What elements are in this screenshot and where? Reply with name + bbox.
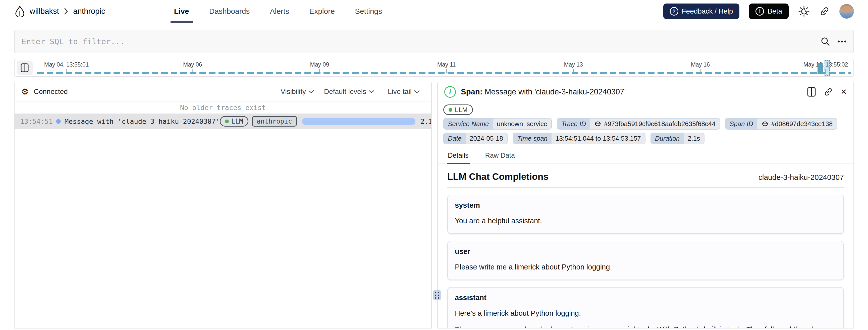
green-dot-icon bbox=[225, 120, 229, 123]
beta-label: Beta bbox=[768, 7, 782, 15]
timeline-tick: May 09 bbox=[310, 61, 329, 73]
duration-bar bbox=[302, 118, 415, 125]
sql-filter-input[interactable] bbox=[14, 30, 854, 53]
nav-tab-settings[interactable]: Settings bbox=[351, 0, 385, 23]
llm-badge: LLM bbox=[443, 104, 473, 115]
timeline-selection[interactable] bbox=[825, 60, 830, 76]
property-duration: Duration 2.1s bbox=[651, 132, 705, 144]
trace-list-panel: ⚙ Connected Visibility Default levels bbox=[14, 82, 432, 329]
nav-tab-dashboards[interactable]: Dashboards bbox=[206, 0, 253, 23]
chevron-down-icon bbox=[414, 90, 420, 93]
span-type-row: LLM bbox=[438, 101, 854, 116]
timeline-dashed-line bbox=[37, 72, 851, 74]
sidebar-toggle-button[interactable] bbox=[17, 61, 33, 75]
live-tail-dropdown[interactable]: Live tail bbox=[383, 88, 425, 96]
visibility-dropdown[interactable]: Visibility bbox=[276, 88, 319, 96]
panel-resize-handle[interactable] bbox=[433, 290, 441, 300]
lilypad-logo[interactable] bbox=[14, 5, 26, 17]
property-span-id[interactable]: Span ID #d08697de343ce138 bbox=[725, 118, 837, 129]
nav-tab-alerts[interactable]: Alerts bbox=[266, 0, 292, 23]
span-properties-row-2: Date 2024-05-18 Time span 13:54:51.044 t… bbox=[438, 130, 854, 145]
app-header: willbakst anthropic Live Dashboards Aler… bbox=[0, 0, 868, 23]
trace-timestamp: 13:54:51 bbox=[20, 118, 53, 125]
message-text: Here's a limerick about Python logging: bbox=[455, 308, 836, 318]
trace-row[interactable]: 13:54:51 Message with 'claude-3-haiku-20… bbox=[14, 114, 431, 129]
timeline-tick: May 16 bbox=[691, 61, 710, 73]
theme-toggle-button[interactable] bbox=[798, 5, 810, 17]
span-properties-row-1: Service Name unknown_service Trace ID #9… bbox=[438, 116, 854, 130]
question-circle-icon: ? bbox=[670, 7, 678, 16]
gear-icon[interactable]: ⚙ bbox=[21, 87, 29, 96]
split-view-icon[interactable] bbox=[807, 87, 816, 97]
header-actions: ? Feedback / Help i Beta bbox=[663, 3, 854, 19]
span-tabs: Details Raw Data bbox=[438, 152, 854, 164]
connection-status: Connected bbox=[34, 88, 68, 96]
default-levels-dropdown[interactable]: Default levels bbox=[319, 88, 379, 96]
chevron-down-icon bbox=[308, 90, 314, 93]
breadcrumb-project[interactable]: anthropic bbox=[73, 7, 105, 16]
trace-title: Message with 'claude-3-haiku-20240307' bbox=[65, 118, 220, 125]
link-icon bbox=[594, 120, 601, 127]
nav-tab-live[interactable]: Live bbox=[170, 0, 193, 23]
more-options-icon[interactable]: ••• bbox=[838, 38, 847, 46]
span-title: Span: Message with 'claude-3-haiku-20240… bbox=[461, 87, 626, 96]
sidebar-toggle-icon bbox=[20, 63, 29, 72]
info-circle-icon: i bbox=[755, 7, 764, 16]
trace-duration: 2.1s bbox=[421, 118, 432, 125]
timeline-tick: May 11 bbox=[437, 61, 456, 73]
timeline-tick: May 04, 13:55:01 bbox=[44, 61, 89, 73]
message-role: user bbox=[455, 247, 836, 256]
user-avatar[interactable] bbox=[839, 4, 854, 19]
provider-badge: anthropic bbox=[252, 116, 297, 127]
property-time-span: Time span 13:54:51.044 to 13:54:53.157 bbox=[513, 132, 646, 144]
trace-list-header: ⚙ Connected Visibility Default levels bbox=[14, 82, 431, 101]
filter-bar: ••• bbox=[0, 23, 868, 59]
copy-link-button[interactable] bbox=[819, 6, 830, 17]
message-text: You are a helpful assistant. bbox=[455, 216, 836, 226]
no-older-traces-message: No older traces exist bbox=[14, 101, 431, 114]
chevron-down-icon bbox=[369, 90, 374, 93]
tab-details[interactable]: Details bbox=[447, 152, 470, 163]
timeline-panel: May 04, 13:55:01 May 06 May 09 May 11 Ma… bbox=[14, 59, 854, 77]
tab-raw-data[interactable]: Raw Data bbox=[484, 152, 516, 163]
llm-badge: LLM bbox=[220, 116, 248, 127]
divider bbox=[447, 187, 844, 188]
link-icon bbox=[761, 120, 769, 127]
span-content: LLM Chat Completions claude-3-haiku-2024… bbox=[438, 164, 854, 328]
span-diamond-icon bbox=[56, 118, 62, 124]
timeline-track[interactable]: May 04, 13:55:01 May 06 May 09 May 11 Ma… bbox=[37, 59, 851, 76]
message-card-user: user Please write me a limerick about Py… bbox=[447, 241, 844, 280]
message-card-assistant: assistant Here's a limerick about Python… bbox=[447, 287, 844, 328]
timeline-tick: May 06 bbox=[183, 61, 202, 73]
span-info-icon: i bbox=[444, 86, 456, 98]
nav-tab-explore[interactable]: Explore bbox=[306, 0, 338, 23]
message-text: Please write me a limerick about Python … bbox=[455, 262, 836, 272]
message-role: system bbox=[455, 201, 836, 209]
theme-toggle-icon bbox=[798, 5, 810, 17]
section-title: LLM Chat Completions bbox=[447, 172, 549, 182]
timeline-histogram-bar bbox=[817, 63, 823, 74]
message-card-system: system You are a helpful assistant. bbox=[447, 194, 844, 234]
beta-button[interactable]: i Beta bbox=[749, 3, 788, 19]
breadcrumb: willbakst anthropic bbox=[14, 5, 105, 17]
property-service-name: Service Name unknown_service bbox=[443, 118, 552, 129]
breadcrumb-chevron-icon bbox=[64, 8, 68, 15]
span-details-panel: i Span: Message with 'claude-3-haiku-202… bbox=[437, 82, 854, 329]
property-date: Date 2024-05-18 bbox=[443, 132, 507, 144]
feedback-help-button[interactable]: ? Feedback / Help bbox=[663, 3, 740, 19]
divider bbox=[381, 82, 381, 101]
feedback-help-label: Feedback / Help bbox=[682, 7, 733, 15]
main-nav: Live Dashboards Alerts Explore Settings bbox=[170, 0, 386, 23]
green-dot-icon bbox=[448, 108, 452, 112]
close-icon[interactable]: ✕ bbox=[841, 88, 847, 96]
main-area: ⚙ Connected Visibility Default levels bbox=[0, 77, 868, 329]
link-icon[interactable] bbox=[824, 87, 833, 97]
model-name: claude-3-haiku-20240307 bbox=[758, 173, 844, 182]
link-icon bbox=[819, 6, 830, 17]
message-text: There once was a coder who knew, Logging… bbox=[455, 325, 836, 328]
timeline-tick: May 13 bbox=[564, 61, 583, 73]
property-trace-id[interactable]: Trace ID #973fba5919cf9c618aafdb2635f68c… bbox=[557, 118, 720, 129]
breadcrumb-org[interactable]: willbakst bbox=[30, 7, 59, 16]
search-icon[interactable] bbox=[820, 36, 831, 47]
span-header: i Span: Message with 'claude-3-haiku-202… bbox=[438, 82, 854, 101]
